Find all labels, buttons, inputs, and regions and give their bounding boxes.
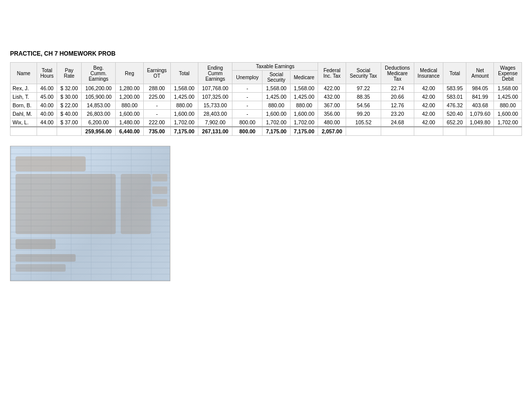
total-net-amount-val <box>466 127 494 136</box>
cell-med-tax: 22.74 <box>381 84 414 93</box>
total-total-val: 7,175.00 <box>170 127 198 136</box>
cell-reg: 1,480.00 <box>116 118 143 127</box>
cell-pay-rate: $ 37.00 <box>57 118 82 127</box>
cell-federal-tax: 432.00 <box>318 93 346 101</box>
cell-ot: 222.00 <box>143 118 170 127</box>
cell-name: Lish, T. <box>11 93 37 101</box>
cell-ded-total: 583.95 <box>443 84 466 93</box>
col-medicare: Medicare <box>290 71 318 84</box>
col-federal-inc-tax: FederalInc. Tax <box>318 63 346 84</box>
cell-net-amount: 841.99 <box>466 93 494 101</box>
cell-beg-cumm: 105,900.00 <box>81 93 115 101</box>
cell-hours: 44.00 <box>37 118 57 127</box>
col-reg: Reg <box>116 63 143 84</box>
cell-federal-tax: 480.00 <box>318 118 346 127</box>
cell-net-amount: 984.05 <box>466 84 494 93</box>
cell-ded-total: 520.40 <box>443 110 466 118</box>
cell-pay-rate: $ 22.00 <box>57 101 82 110</box>
col-medical-insurance: MedicalInsurance <box>414 63 443 84</box>
cell-ot: 225.00 <box>143 93 170 101</box>
cell-ot: - <box>143 101 170 110</box>
total-medicare-val: 7,175.00 <box>290 127 318 136</box>
cell-name: Dahl, M. <box>11 110 37 118</box>
cell-ss-tax: 54.56 <box>346 101 381 110</box>
cell-medicare: 1,425.00 <box>290 93 318 101</box>
col-total: Total <box>170 63 198 84</box>
total-ot-val: 735.00 <box>143 127 170 136</box>
cell-unemploy: - <box>232 84 262 93</box>
total-reg-val: 6,440.00 <box>116 127 143 136</box>
cell-beg-cumm: 106,200.00 <box>81 84 115 93</box>
total-beg-cumm-val: 259,956.00 <box>81 127 115 136</box>
cell-ded-total: 476.32 <box>443 101 466 110</box>
cell-med-ins: 42.00 <box>414 101 443 110</box>
cell-hours: 45.00 <box>37 93 57 101</box>
cell-net-amount: 1,049.80 <box>466 118 494 127</box>
cell-medicare: 880.00 <box>290 101 318 110</box>
total-ending-cumm-val: 267,131.00 <box>198 127 232 136</box>
page-container: PRACTICE, CH 7 HOMEWORK PROB Name TotalH… <box>0 0 532 291</box>
cell-reg: 1,280.00 <box>116 84 143 93</box>
cell-med-tax: 20.66 <box>381 93 414 101</box>
cell-wages-exp: 1,425.00 <box>494 93 522 101</box>
cell-beg-cumm: 6,200.00 <box>81 118 115 127</box>
cell-medicare: 1,702.00 <box>290 118 318 127</box>
col-pay-rate: PayRate <box>57 63 82 84</box>
cell-ss-tax: 88.35 <box>346 93 381 101</box>
cell-ss-tax: 105.52 <box>346 118 381 127</box>
col-name: Name <box>11 63 37 84</box>
cell-hours: 40.00 <box>37 101 57 110</box>
totals-row: 259,956.00 6,440.00 735.00 7,175.00 267,… <box>11 127 522 136</box>
cell-social-security: 1,600.00 <box>262 110 290 118</box>
cell-name: Rex, J. <box>11 84 37 93</box>
total-hours-val <box>37 127 57 136</box>
cell-beg-cumm: 26,803.00 <box>81 110 115 118</box>
col-deductions-total: Total <box>443 63 466 84</box>
col-social-security: SocialSecurity <box>262 71 290 84</box>
cell-federal-tax: 367.00 <box>318 101 346 110</box>
cell-unemploy: 800.00 <box>232 118 262 127</box>
table-row: Dahl, M.40.00$ 40.0026,803.001,600.00-1,… <box>11 110 522 118</box>
payroll-table: Name TotalHours PayRate Beg.Cumm.Earning… <box>10 62 522 136</box>
blurred-content-image <box>10 146 170 281</box>
cell-med-tax: 23.20 <box>381 110 414 118</box>
total-social-security-val: 7,175.00 <box>262 127 290 136</box>
cell-ending-cumm: 107,768.00 <box>198 84 232 93</box>
total-med-ins-val <box>414 127 443 136</box>
cell-reg: 1,200.00 <box>116 93 143 101</box>
cell-ded-total: 652.20 <box>443 118 466 127</box>
total-label <box>11 127 37 136</box>
cell-social-security: 1,702.00 <box>262 118 290 127</box>
cell-net-amount: 403.68 <box>466 101 494 110</box>
cell-social-security: 1,425.00 <box>262 93 290 101</box>
col-earnings-ot: EarningsOT <box>143 63 170 84</box>
cell-reg: 1,600.00 <box>116 110 143 118</box>
cell-med-ins: 42.00 <box>414 93 443 101</box>
cell-med-ins: 42.00 <box>414 110 443 118</box>
total-med-tax-val <box>381 127 414 136</box>
cell-unemploy: - <box>232 101 262 110</box>
cell-ending-cumm: 7,902.00 <box>198 118 232 127</box>
cell-social-security: 1,568.00 <box>262 84 290 93</box>
header-row-1: Name TotalHours PayRate Beg.Cumm.Earning… <box>11 63 522 71</box>
cell-name: Wix, L. <box>11 118 37 127</box>
cell-ending-cumm: 15,733.00 <box>198 101 232 110</box>
cell-unemploy: - <box>232 93 262 101</box>
total-federal-tax-val: 2,057.00 <box>318 127 346 136</box>
col-taxable-earnings-group: Taxable Earnings <box>232 63 318 71</box>
table-row: Lish, T.45.00$ 30.00105,900.001,200.0022… <box>11 93 522 101</box>
cell-social-security: 880.00 <box>262 101 290 110</box>
cell-reg: 880.00 <box>116 101 143 110</box>
cell-total: 880.00 <box>170 101 198 110</box>
cell-medicare: 1,600.00 <box>290 110 318 118</box>
cell-total: 1,702.00 <box>170 118 198 127</box>
cell-med-tax: 24.68 <box>381 118 414 127</box>
table-row: Wix, L.44.00$ 37.006,200.001,480.00222.0… <box>11 118 522 127</box>
total-ss-tax-val <box>346 127 381 136</box>
cell-pay-rate: $ 30.00 <box>57 93 82 101</box>
cell-ending-cumm: 107,325.00 <box>198 93 232 101</box>
col-wages-expense: WagesExpenseDebit <box>494 63 522 84</box>
cell-ded-total: 583.01 <box>443 93 466 101</box>
cell-unemploy: - <box>232 110 262 118</box>
cell-beg-cumm: 14,853.00 <box>81 101 115 110</box>
